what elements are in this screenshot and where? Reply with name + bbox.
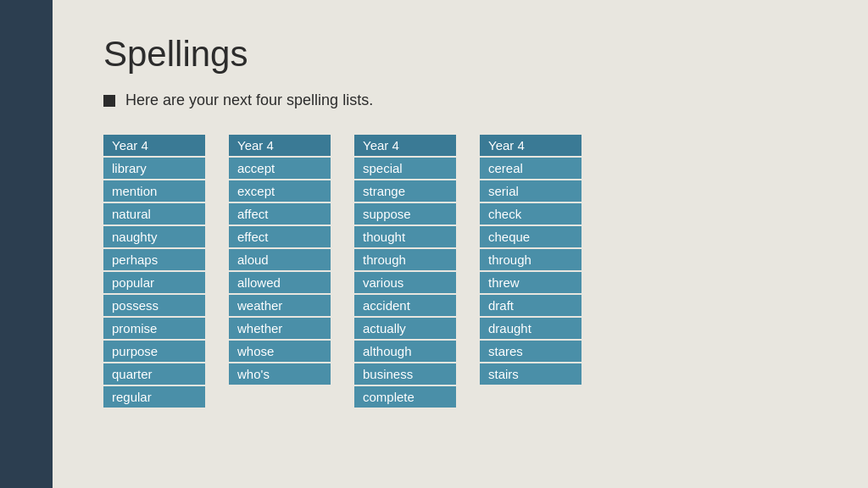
subtitle-text: Here are your next four spelling lists. (125, 92, 373, 109)
list-item: strange (354, 180, 456, 202)
spelling-lists-container: Year 4librarymentionnaturalnaughtyperhap… (103, 135, 834, 409)
spelling-list-list4: Year 4cerealserialcheckchequethroughthre… (480, 135, 581, 386)
list-item: complete (354, 386, 456, 408)
list-header: Year 4 (480, 135, 581, 156)
list-item: mention (103, 180, 205, 202)
list-item: draught (480, 318, 581, 339)
list-item: naughty (103, 226, 205, 247)
list-item: stairs (480, 363, 581, 385)
bullet-icon (103, 95, 115, 107)
list-item: purpose (103, 341, 205, 362)
list-item: library (103, 158, 205, 179)
list-item: popular (103, 272, 205, 293)
spelling-list-list3: Year 4specialstrangesupposethoughtthroug… (354, 135, 456, 409)
list-item: suppose (354, 203, 456, 225)
main-content: Spellings Here are your next four spelli… (53, 0, 868, 435)
list-item: aloud (229, 249, 331, 270)
list-item: accept (229, 158, 331, 179)
list-item: whether (229, 318, 331, 339)
list-item: draft (480, 295, 581, 316)
list-item: special (354, 158, 456, 179)
list-item: whose (229, 341, 331, 362)
list-item: business (354, 363, 456, 385)
list-item: actually (354, 318, 456, 339)
spelling-list-list1: Year 4librarymentionnaturalnaughtyperhap… (103, 135, 205, 409)
list-item: serial (480, 180, 581, 202)
subtitle-row: Here are your next four spelling lists. (103, 92, 834, 109)
list-item: cheque (480, 226, 581, 247)
list-item: cereal (480, 158, 581, 179)
list-item: stares (480, 341, 581, 362)
list-item: who's (229, 363, 331, 385)
list-item: threw (480, 272, 581, 293)
list-header: Year 4 (229, 135, 331, 156)
list-item: allowed (229, 272, 331, 293)
list-item: natural (103, 203, 205, 225)
list-item: through (480, 249, 581, 270)
list-item: effect (229, 226, 331, 247)
list-item: perhaps (103, 249, 205, 270)
list-item: weather (229, 295, 331, 316)
list-item: quarter (103, 363, 205, 385)
list-item: regular (103, 386, 205, 408)
list-item: through (354, 249, 456, 270)
list-item: promise (103, 318, 205, 339)
left-sidebar (0, 0, 53, 488)
list-item: except (229, 180, 331, 202)
list-header: Year 4 (354, 135, 456, 156)
list-item: various (354, 272, 456, 293)
list-item: although (354, 341, 456, 362)
spelling-list-list2: Year 4acceptexceptaffecteffectaloudallow… (229, 135, 331, 386)
list-item: accident (354, 295, 456, 316)
list-header: Year 4 (103, 135, 205, 156)
list-item: affect (229, 203, 331, 225)
list-item: thought (354, 226, 456, 247)
page-title: Spellings (103, 34, 834, 75)
list-item: check (480, 203, 581, 225)
list-item: possess (103, 295, 205, 316)
